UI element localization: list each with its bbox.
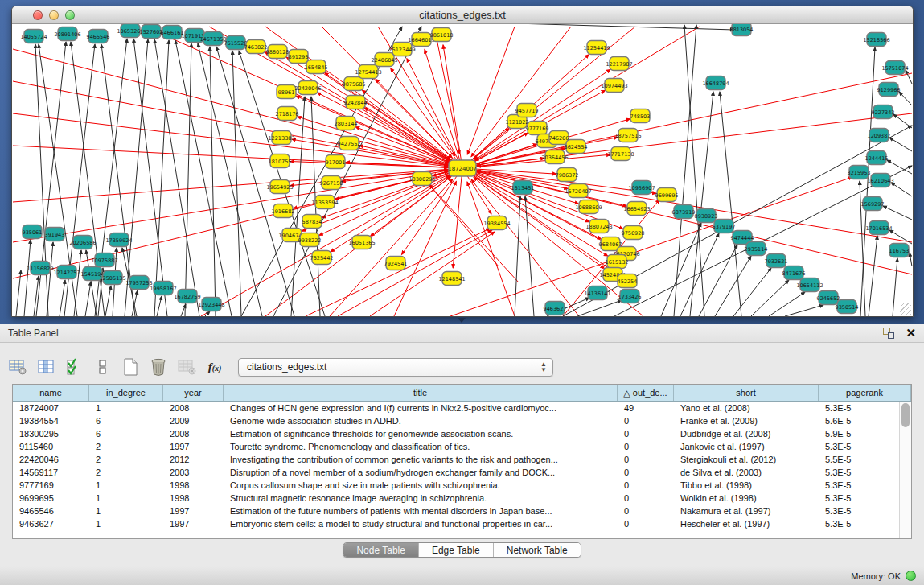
- graph-node[interactable]: 748503: [630, 109, 651, 123]
- new-document-icon[interactable]: [120, 357, 141, 377]
- graph-node[interactable]: 917001: [326, 155, 346, 169]
- graph-node[interactable]: 18300295: [409, 172, 435, 186]
- graph-node[interactable]: 935061: [23, 225, 43, 239]
- graph-node[interactable]: 9242844: [344, 96, 368, 109]
- close-window-icon[interactable]: [33, 10, 43, 20]
- graph-node[interactable]: 9777169: [526, 122, 549, 135]
- graph-node[interactable]: 16210643: [867, 174, 893, 187]
- graph-node[interactable]: 1654845: [305, 60, 328, 74]
- table-row[interactable]: 1938455462009Genome-wide association stu…: [13, 414, 911, 427]
- graph-node[interactable]: 9860128: [266, 45, 290, 59]
- graph-node[interactable]: 15751074: [881, 61, 908, 75]
- column-header-name[interactable]: name: [13, 385, 89, 401]
- graph-node[interactable]: 10975887: [91, 253, 117, 267]
- graph-node[interactable]: 9227343: [872, 105, 895, 119]
- graph-node[interactable]: 18807243: [585, 220, 612, 233]
- graph-node[interactable]: 9350514: [836, 300, 859, 314]
- graph-node[interactable]: 3624554: [565, 140, 588, 154]
- graph-node[interactable]: 9463627: [544, 302, 567, 315]
- graph-node[interactable]: 14055724: [20, 30, 47, 43]
- graph-node[interactable]: 10688609: [575, 200, 602, 214]
- float-panel-icon[interactable]: [883, 328, 894, 339]
- graph-node[interactable]: 2935114: [745, 242, 768, 256]
- table-row[interactable]: 1456911722003Disruption of a novel membe…: [13, 466, 911, 479]
- graph-node[interactable]: 452254: [618, 274, 638, 288]
- graph-node[interactable]: 1810755: [269, 154, 292, 168]
- graph-node[interactable]: 6466161: [161, 26, 184, 39]
- graph-node[interactable]: 1569297: [861, 197, 885, 211]
- delete-icon[interactable]: [148, 357, 169, 377]
- graph-node[interactable]: 12923448: [198, 298, 224, 311]
- table-settings-icon[interactable]: [7, 357, 28, 377]
- column-header-pagerank[interactable]: pagerank: [819, 385, 911, 401]
- table-row[interactable]: 1830029562008Estimation of significance …: [13, 427, 911, 440]
- graph-node[interactable]: 7986372: [556, 168, 579, 182]
- window-titlebar[interactable]: citations_edges.txt: [12, 6, 913, 24]
- network-graph-canvas[interactable]: 1405572420891406946554610653267152760264…: [12, 24, 913, 316]
- column-header-short[interactable]: short: [674, 385, 819, 401]
- graph-node[interactable]: 10974493: [601, 79, 627, 93]
- show-columns-icon[interactable]: [35, 357, 56, 377]
- table-row[interactable]: 946362711997Embryonic stem cells: a mode…: [13, 517, 911, 530]
- column-header-year[interactable]: year: [163, 385, 224, 401]
- select-columns-icon[interactable]: [64, 357, 84, 377]
- graph-node[interactable]: 16782759: [174, 290, 200, 303]
- graph-node[interactable]: 14671358: [199, 32, 226, 46]
- graph-node[interactable]: 20364456: [541, 150, 568, 164]
- graph-node[interactable]: 11353594: [311, 196, 338, 209]
- graph-node[interactable]: 9245652: [817, 291, 840, 305]
- graph-node[interactable]: 391943: [45, 228, 65, 241]
- split-pane-handle[interactable]: [458, 318, 466, 323]
- graph-node[interactable]: 8938923: [695, 209, 718, 223]
- graph-node[interactable]: 12142757: [53, 266, 80, 279]
- graph-node[interactable]: 12148541: [438, 272, 465, 286]
- tab-edge-table[interactable]: Edge Table: [419, 543, 494, 557]
- graph-node[interactable]: 12505135: [99, 271, 125, 285]
- graph-node[interactable]: 9129966: [877, 83, 901, 97]
- graph-node[interactable]: 2803144: [335, 117, 358, 130]
- graph-node[interactable]: 1916682: [272, 204, 295, 218]
- graph-node[interactable]: 7924541: [384, 257, 408, 270]
- graph-node[interactable]: 17957253: [125, 276, 152, 290]
- citation-network-graph[interactable]: 1405572420891406946554610653267152760264…: [12, 24, 913, 316]
- table-source-select[interactable]: citations_edges.txt ▲▼: [238, 358, 553, 377]
- graph-node[interactable]: 9427552: [338, 137, 361, 150]
- graph-node[interactable]: 7463822: [244, 40, 268, 54]
- graph-node[interactable]: 17016534: [865, 221, 892, 235]
- tab-node-table[interactable]: Node Table: [343, 543, 419, 557]
- function-builder-icon[interactable]: f(x): [204, 357, 225, 377]
- graph-node[interactable]: 9465546: [87, 30, 110, 43]
- row-options-icon[interactable]: [92, 357, 113, 377]
- graph-node[interactable]: 1244415: [865, 151, 889, 165]
- graph-node[interactable]: 18757515: [614, 129, 641, 142]
- graph-node[interactable]: 14136141: [584, 286, 610, 300]
- graph-node[interactable]: 16654923: [623, 202, 650, 216]
- graph-node[interactable]: 16648794: [702, 76, 729, 90]
- graph-node[interactable]: 18724007: [448, 160, 477, 176]
- graph-node[interactable]: 1527602: [140, 25, 163, 39]
- graph-node[interactable]: 9699695: [655, 188, 679, 202]
- graph-node[interactable]: 587834: [302, 215, 322, 229]
- graph-node[interactable]: 10936907: [628, 181, 655, 195]
- graph-node[interactable]: 8813054: [730, 24, 754, 36]
- graph-node[interactable]: 7932621: [765, 254, 788, 268]
- graph-node[interactable]: 15720407: [565, 184, 591, 198]
- graph-node[interactable]: 19654925: [266, 180, 293, 194]
- graph-node[interactable]: 20891406: [54, 27, 80, 41]
- graph-node[interactable]: 2718176: [276, 107, 299, 121]
- table-row[interactable]: 977716911998Corpus callosum shape and si…: [13, 479, 911, 492]
- graph-node[interactable]: 17717138: [607, 147, 634, 161]
- graph-node[interactable]: 15123449: [388, 43, 415, 56]
- graph-node[interactable]: 891295: [289, 50, 309, 64]
- column-header-out-de-[interactable]: △ out_de...: [618, 385, 674, 401]
- table-scrollbar[interactable]: [899, 402, 911, 538]
- graph-node[interactable]: 9861018: [430, 28, 454, 42]
- tab-network-table[interactable]: Network Table: [494, 543, 581, 557]
- graph-node[interactable]: 9756928: [622, 226, 645, 240]
- graph-node[interactable]: 10654112: [796, 278, 823, 292]
- graph-node[interactable]: 1615132: [606, 255, 629, 269]
- graph-node[interactable]: 9457719: [515, 104, 539, 117]
- graph-node[interactable]: 6873919: [672, 205, 696, 219]
- graph-node[interactable]: 8471676: [782, 266, 806, 280]
- graph-node[interactable]: 1513451: [511, 181, 535, 195]
